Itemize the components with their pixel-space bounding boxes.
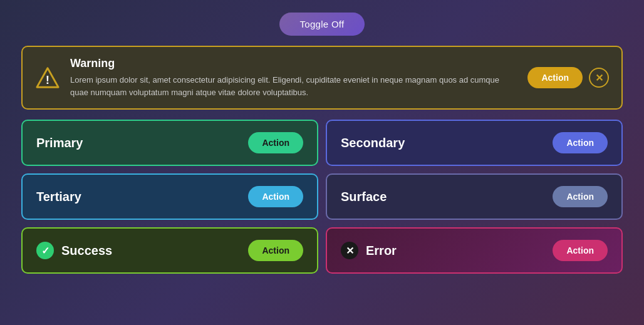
primary-action-button[interactable]: Action xyxy=(248,132,303,153)
success-icon: ✓ xyxy=(36,242,54,259)
card-error: ✕ Error Action xyxy=(326,227,623,274)
warning-title: Warning xyxy=(70,57,517,70)
card-secondary-label: Secondary xyxy=(341,136,405,150)
card-primary-label: Primary xyxy=(36,136,83,150)
secondary-action-button[interactable]: Action xyxy=(553,132,608,153)
card-secondary: Secondary Action xyxy=(326,120,623,166)
tertiary-action-button[interactable]: Action xyxy=(248,186,303,207)
card-surface-label: Surface xyxy=(341,190,387,204)
toggle-button[interactable]: Toggle Off xyxy=(279,13,364,36)
card-success: ✓ Success Action xyxy=(21,227,318,274)
card-success-label: ✓ Success xyxy=(36,242,112,259)
card-tertiary: Tertiary Action xyxy=(21,173,318,220)
warning-icon: ! xyxy=(35,65,60,90)
card-error-label: ✕ Error xyxy=(341,242,397,259)
warning-body: Lorem ipsum dolor sit, amet consectetur … xyxy=(70,74,517,98)
card-surface: Surface Action xyxy=(326,173,623,220)
success-action-button[interactable]: Action xyxy=(248,240,303,261)
card-grid: Primary Action Secondary Action Tertiary… xyxy=(21,120,623,274)
warning-banner: ! Warning Lorem ipsum dolor sit, amet co… xyxy=(21,46,623,110)
surface-action-button[interactable]: Action xyxy=(553,186,608,207)
svg-text:!: ! xyxy=(46,73,49,86)
card-tertiary-label: Tertiary xyxy=(36,190,81,204)
warning-close-button[interactable]: ✕ xyxy=(589,68,609,88)
warning-action-button[interactable]: Action xyxy=(527,67,583,88)
error-action-button[interactable]: Action xyxy=(553,240,608,261)
warning-text: Warning Lorem ipsum dolor sit, amet cons… xyxy=(70,57,517,98)
error-icon: ✕ xyxy=(341,242,358,259)
warning-actions: Action ✕ xyxy=(527,67,609,88)
card-primary: Primary Action xyxy=(21,120,318,166)
